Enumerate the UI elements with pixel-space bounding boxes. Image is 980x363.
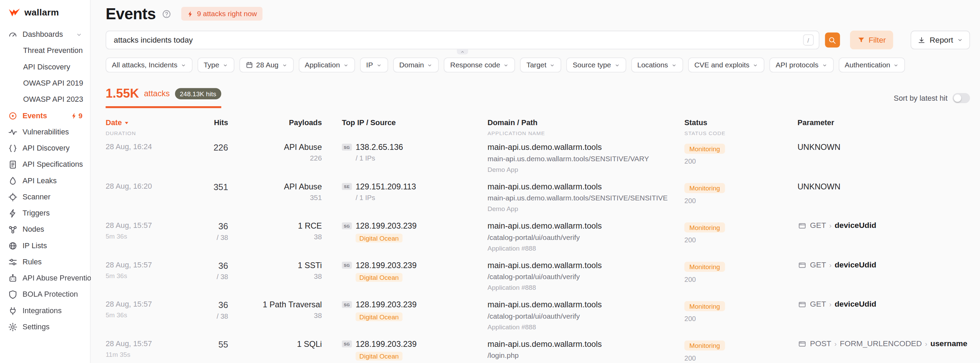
column-header-status[interactable]: Status STATUS CODE: [684, 118, 797, 137]
filter-chip-target[interactable]: Target: [520, 57, 562, 73]
application-name: Demo App: [488, 166, 685, 173]
search-box[interactable]: /: [105, 30, 819, 49]
domain[interactable]: main-api.us.demo.wallarm.tools: [488, 339, 685, 349]
domain-path-cell: main-api.us.demo.wallarm.tools main-api.…: [488, 142, 685, 182]
filter-chip-api-protocols[interactable]: API protocols: [770, 57, 834, 73]
sidebar-item-nodes[interactable]: Nodes: [0, 221, 90, 237]
hits-total: / 38: [193, 273, 228, 280]
ip-address[interactable]: 129.151.209.113: [356, 182, 416, 191]
ip-address[interactable]: 128.199.203.239: [356, 300, 417, 309]
status-cell: Monitoring 200: [684, 142, 797, 182]
column-header-top-ip-source[interactable]: Top IP / Source: [322, 118, 488, 137]
search-collapse-handle[interactable]: [457, 49, 468, 55]
domain[interactable]: main-api.us.demo.wallarm.tools: [488, 261, 685, 270]
filter-chip-cve-and-exploits[interactable]: CVE and exploits: [688, 57, 764, 73]
sidebar-item-events[interactable]: Events 9: [0, 108, 90, 124]
sidebar-item-api-specifications[interactable]: API Specifications: [0, 156, 90, 172]
filter-chip-all-attacks-incidents[interactable]: All attacks, Incidents: [105, 57, 192, 73]
filter-chip-authentication[interactable]: Authentication: [838, 57, 905, 73]
event-duration: 11m 35s: [105, 350, 193, 358]
filter-chip-ip[interactable]: IP: [360, 57, 388, 73]
sidebar-item-integrations[interactable]: Integrations: [0, 302, 90, 318]
parameter-part: GET: [810, 300, 826, 308]
bola-icon: [8, 290, 18, 299]
sidebar-item-settings[interactable]: Settings: [0, 318, 90, 335]
sidebar-item-vulnerabilities[interactable]: Vulnerabilities: [0, 124, 90, 140]
filter-chip-label: Domain: [399, 61, 424, 69]
status-cell: Monitoring 200: [684, 339, 797, 363]
sidebar-item-scanner[interactable]: Scanner: [0, 189, 90, 205]
parameter-value: POST›FORM_URLENCODED›username: [797, 339, 970, 348]
filter-chip-domain[interactable]: Domain: [393, 57, 439, 73]
event-row[interactable]: 28 Aug, 15:57 11m 35s 55 1 SQLi SG 128.1…: [105, 339, 970, 363]
date-cell: 28 Aug, 15:57 5m 36s: [105, 261, 193, 300]
sort-by-latest-hit-toggle[interactable]: [953, 93, 970, 103]
report-button[interactable]: Report: [911, 30, 970, 49]
search-button[interactable]: [825, 33, 840, 48]
attacks-now-label: 9 attacks right now: [197, 10, 257, 18]
attacks-now-badge[interactable]: 9 attacks right now: [181, 7, 262, 21]
parameter-cell: UNKNOWN: [797, 182, 970, 221]
column-header-date[interactable]: Date DURATION: [105, 118, 193, 137]
ip-address[interactable]: 128.199.203.239: [356, 221, 417, 230]
sidebar-item-ip-lists[interactable]: IP Lists: [0, 237, 90, 254]
event-date: 28 Aug, 16:20: [105, 182, 193, 190]
event-row[interactable]: 28 Aug, 15:57 5m 36s 36 / 38 1 Path Trav…: [105, 300, 970, 339]
event-row[interactable]: 28 Aug, 15:57 5m 36s 36 / 38 1 SSTi 38 S…: [105, 261, 970, 300]
events-table: Date DURATION Hits Payloads Top IP / Sou…: [105, 118, 970, 363]
status-cell: Monitoring 200: [684, 221, 797, 261]
filter-chip-response-code[interactable]: Response code: [444, 57, 515, 73]
filter-chip-type[interactable]: Type: [197, 57, 234, 73]
event-row[interactable]: 28 Aug, 15:57 5m 36s 36 / 38 1 RCE 38 SG…: [105, 221, 970, 261]
sidebar-item-triggers[interactable]: Triggers: [0, 205, 90, 221]
ip-address[interactable]: 138.2.65.136: [356, 142, 403, 151]
chevron-down-icon: [427, 62, 433, 68]
status-cell: Monitoring 200: [684, 261, 797, 300]
path: /catalog-portal/ui/oauth/verify: [488, 273, 685, 280]
filter-chip-label: CVE and exploits: [694, 61, 749, 69]
column-header-payloads[interactable]: Payloads: [228, 118, 322, 137]
filter-button-label: Filter: [869, 36, 886, 45]
hits-count: 226: [193, 142, 228, 152]
domain[interactable]: main-api.us.demo.wallarm.tools: [488, 142, 685, 151]
column-header-parameter[interactable]: Parameter: [797, 118, 970, 137]
sidebar-item-label: Threat Prevention: [23, 46, 83, 55]
status-code: 200: [684, 197, 797, 205]
help-icon[interactable]: [162, 9, 171, 18]
sidebar-item-api-discovery[interactable]: API Discovery: [0, 59, 90, 75]
column-header-hits[interactable]: Hits: [193, 118, 228, 137]
sidebar-item-api-leaks[interactable]: API Leaks: [0, 173, 90, 189]
domain[interactable]: main-api.us.demo.wallarm.tools: [488, 300, 685, 309]
country-flag: SE: [342, 183, 352, 190]
event-row[interactable]: 28 Aug, 16:24 226 API Abuse 226 SG 138.2…: [105, 142, 970, 182]
ip-address[interactable]: 128.199.203.239: [356, 339, 417, 349]
sidebar-item-dashboards[interactable]: Dashboards: [0, 26, 90, 42]
top-ip-source-cell: SG 128.199.203.239 Digital Ocean: [322, 300, 488, 339]
filter-chip-locations[interactable]: Locations: [631, 57, 683, 73]
sidebar-item-api-abuse-prevention[interactable]: API Abuse Prevention: [0, 270, 90, 286]
sidebar-item-threat-prevention[interactable]: Threat Prevention: [0, 43, 90, 59]
report-button-label: Report: [930, 36, 953, 45]
status-code: 200: [684, 158, 797, 165]
event-row[interactable]: 28 Aug, 16:20 351 API Abuse 351 SE 129.1…: [105, 182, 970, 221]
sidebar-item-owasp-api-2023[interactable]: OWASP API 2023: [0, 91, 90, 107]
domain-path-cell: main-api.us.demo.wallarm.tools /catalog-…: [488, 261, 685, 300]
filter-chip-source-type[interactable]: Source type: [566, 57, 626, 73]
summary-row: 1.55K attacks 248.13K hits Sort by lates…: [105, 86, 970, 108]
domain[interactable]: main-api.us.demo.wallarm.tools: [488, 221, 685, 230]
sidebar-item-owasp-api-2019[interactable]: OWASP API 2019: [0, 75, 90, 91]
ip-address[interactable]: 128.199.203.239: [356, 261, 417, 270]
wallarm-logo[interactable]: wallarm: [0, 0, 90, 22]
filter-chip-28-aug[interactable]: 28 Aug: [239, 57, 294, 73]
attacks-summary-tab[interactable]: 1.55K attacks 248.13K hits: [105, 86, 221, 108]
sidebar-item-bola-protection[interactable]: BOLA Protection: [0, 286, 90, 302]
hits-cell: 36 / 38: [193, 261, 228, 300]
filter-chip-application[interactable]: Application: [299, 57, 355, 73]
filter-button[interactable]: Filter: [850, 30, 893, 49]
sidebar-item-rules[interactable]: Rules: [0, 254, 90, 270]
search-input[interactable]: [114, 36, 803, 45]
payload-type: 1 SSTi: [228, 261, 322, 270]
domain[interactable]: main-api.us.demo.wallarm.tools: [488, 182, 685, 191]
column-header-domain-path[interactable]: Domain / Path APPLICATION NAME: [488, 118, 685, 137]
sidebar-item-api-discovery[interactable]: API Discovery: [0, 140, 90, 156]
